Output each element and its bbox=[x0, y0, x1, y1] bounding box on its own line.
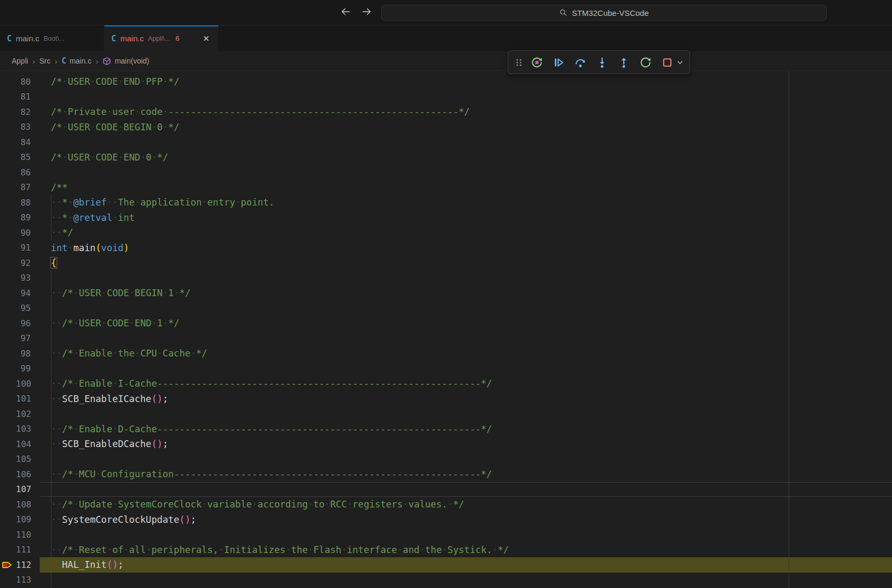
line-number[interactable]: 83 bbox=[16, 122, 31, 132]
code-line-99[interactable]: 99 bbox=[0, 361, 892, 377]
code-line-104[interactable]: 104··SCB_EnableDCache(); bbox=[0, 436, 892, 452]
code-line-98[interactable]: 98··/*·Enable·the·CPU·Cache·*/ bbox=[0, 346, 892, 361]
line-number[interactable]: 101 bbox=[16, 394, 31, 404]
line-number[interactable]: 82 bbox=[16, 107, 31, 117]
glyph-margin[interactable] bbox=[0, 240, 16, 256]
step-into-button[interactable] bbox=[593, 54, 612, 72]
navigate-back-button[interactable] bbox=[338, 5, 353, 20]
code-line-93[interactable]: 93 bbox=[0, 271, 892, 286]
stop-button[interactable] bbox=[658, 54, 677, 72]
line-number[interactable]: 85 bbox=[16, 152, 31, 162]
glyph-margin[interactable] bbox=[0, 255, 16, 271]
code-line-113[interactable]: 113 bbox=[0, 573, 892, 588]
code-line-109[interactable]: 109··SystemCoreClockUpdate(); bbox=[0, 512, 892, 528]
close-tab-icon[interactable]: ✕ bbox=[201, 33, 211, 44]
glyph-margin[interactable] bbox=[0, 497, 16, 512]
code-line-111[interactable]: 111··/*·Reset·of·all·peripherals,·Initia… bbox=[0, 542, 892, 558]
breadcrumb-item-main-c[interactable]: C main.c bbox=[61, 56, 91, 66]
restart-button[interactable] bbox=[636, 54, 655, 72]
code-line-81[interactable]: 81 bbox=[0, 90, 892, 105]
code-line-102[interactable]: 102 bbox=[0, 406, 892, 422]
glyph-margin[interactable] bbox=[0, 165, 16, 180]
glyph-margin[interactable] bbox=[0, 135, 16, 150]
code-line-85[interactable]: 85/*·USER·CODE·END·0·*/ bbox=[0, 150, 892, 165]
breadcrumb-item-src[interactable]: Src bbox=[39, 57, 50, 65]
step-over-button[interactable] bbox=[571, 54, 590, 72]
line-number[interactable]: 84 bbox=[16, 137, 31, 147]
glyph-margin[interactable] bbox=[0, 573, 16, 588]
glyph-margin[interactable] bbox=[0, 482, 16, 497]
glyph-margin[interactable] bbox=[0, 361, 16, 377]
code-line-103[interactable]: 103··/*·Enable·D-Cache------------------… bbox=[0, 422, 892, 437]
glyph-margin[interactable] bbox=[0, 180, 16, 195]
glyph-margin[interactable] bbox=[0, 120, 16, 135]
code-line-91[interactable]: 91int·main(void) bbox=[0, 240, 892, 256]
glyph-margin[interactable] bbox=[0, 512, 16, 528]
line-number[interactable]: 113 bbox=[16, 575, 31, 585]
glyph-margin[interactable] bbox=[0, 90, 16, 105]
line-number[interactable]: 93 bbox=[16, 273, 31, 283]
code-line-88[interactable]: 88··*·@brief··The·application·entry·poin… bbox=[0, 195, 892, 210]
code-line-96[interactable]: 96··/*·USER·CODE·END·1·*/ bbox=[0, 316, 892, 331]
toolbar-drag-handle-button[interactable] bbox=[513, 54, 525, 72]
line-number[interactable]: 112 bbox=[16, 560, 31, 570]
code-line-82[interactable]: 82/*·Private·user·code·-----------------… bbox=[0, 104, 892, 120]
code-line-101[interactable]: 101··SCB_EnableICache(); bbox=[0, 391, 892, 407]
code-editor[interactable]: 80/*·USER·CODE·END·PFP·*/8182/*·Private·… bbox=[0, 71, 892, 588]
line-number[interactable]: 86 bbox=[16, 167, 31, 177]
code-line-80[interactable]: 80/*·USER·CODE·END·PFP·*/ bbox=[0, 74, 892, 90]
glyph-margin[interactable] bbox=[0, 467, 16, 482]
line-number[interactable]: 102 bbox=[16, 409, 31, 419]
code-line-95[interactable]: 95 bbox=[0, 301, 892, 316]
line-number[interactable]: 90 bbox=[16, 228, 31, 238]
code-line-108[interactable]: 108··/*·Update·SystemCoreClock·variable·… bbox=[0, 497, 892, 512]
line-number[interactable]: 87 bbox=[16, 182, 31, 192]
glyph-margin[interactable] bbox=[0, 150, 16, 165]
code-line-107[interactable]: 107 bbox=[0, 482, 892, 497]
line-number[interactable]: 97 bbox=[16, 333, 31, 343]
line-number[interactable]: 98 bbox=[16, 349, 31, 359]
line-number[interactable]: 95 bbox=[16, 303, 31, 313]
code-line-94[interactable]: 94··/*·USER·CODE·BEGIN·1·*/ bbox=[0, 286, 892, 301]
glyph-margin[interactable] bbox=[0, 195, 16, 210]
line-number[interactable]: 81 bbox=[16, 92, 31, 102]
code-line-100[interactable]: 100··/*·Enable·I-Cache------------------… bbox=[0, 376, 892, 391]
code-line-83[interactable]: 83/*·USER·CODE·BEGIN·0·*/ bbox=[0, 120, 892, 135]
glyph-margin[interactable] bbox=[0, 316, 16, 331]
glyph-margin[interactable] bbox=[0, 210, 16, 226]
continue-button[interactable] bbox=[549, 54, 568, 72]
breadcrumb-item-appli[interactable]: Appli bbox=[12, 57, 28, 65]
line-number[interactable]: 105 bbox=[16, 454, 31, 464]
more-debug-actions-button[interactable] bbox=[675, 54, 685, 72]
breakpoint-current-frame-icon[interactable] bbox=[0, 557, 16, 573]
code-line-97[interactable]: 97 bbox=[0, 331, 892, 346]
command-center-search[interactable]: STM32Cube-VSCode bbox=[381, 5, 827, 21]
line-number[interactable]: 103 bbox=[16, 424, 31, 434]
glyph-margin[interactable] bbox=[0, 542, 16, 558]
line-number[interactable]: 96 bbox=[16, 318, 31, 328]
line-number[interactable]: 108 bbox=[16, 500, 31, 510]
glyph-margin[interactable] bbox=[0, 422, 16, 437]
code-line-106[interactable]: 106··/*·MCU·Configuration---------------… bbox=[0, 467, 892, 482]
line-number[interactable]: 92 bbox=[16, 258, 31, 268]
code-line-92[interactable]: 92{ bbox=[0, 255, 892, 271]
glyph-margin[interactable] bbox=[0, 271, 16, 286]
glyph-margin[interactable] bbox=[0, 346, 16, 361]
line-number[interactable]: 100 bbox=[16, 379, 31, 389]
code-line-89[interactable]: 89··*·@retval·int bbox=[0, 210, 892, 226]
tab-main-c-appli[interactable]: C main.c Appli\... 6 ✕ bbox=[104, 25, 218, 51]
line-number[interactable]: 88 bbox=[16, 198, 31, 208]
code-line-87[interactable]: 87/** bbox=[0, 180, 892, 195]
line-number[interactable]: 106 bbox=[16, 469, 31, 479]
line-number[interactable]: 94 bbox=[16, 288, 31, 298]
glyph-margin[interactable] bbox=[0, 331, 16, 346]
code-line-112[interactable]: 112··HAL_Init(); bbox=[0, 557, 892, 573]
line-number[interactable]: 110 bbox=[16, 530, 31, 540]
code-line-110[interactable]: 110 bbox=[0, 527, 892, 542]
step-out-button[interactable] bbox=[614, 54, 633, 72]
glyph-margin[interactable] bbox=[0, 527, 16, 542]
code-line-105[interactable]: 105 bbox=[0, 452, 892, 467]
glyph-margin[interactable] bbox=[0, 286, 16, 301]
navigate-forward-button[interactable] bbox=[359, 5, 374, 20]
reset-device-button[interactable] bbox=[527, 54, 546, 72]
